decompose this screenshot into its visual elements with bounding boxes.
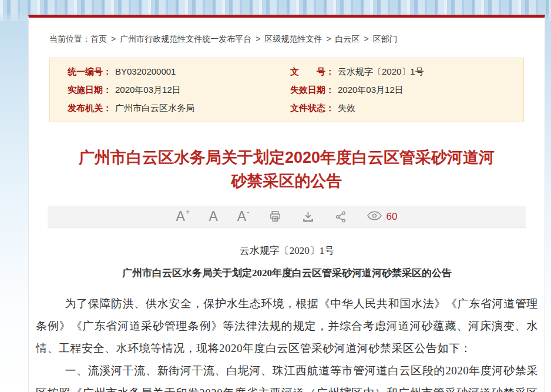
article-body: 云水规字〔2020〕1号 广州市白云区水务局关于划定2020年度白云区管采砂河道… (29, 243, 545, 392)
meta-field-effective-date: 实施日期：2020年03月12日 (50, 83, 287, 96)
meta-field-status: 文件状态：失效 (287, 102, 523, 115)
meta-label: 文件状态： (290, 103, 334, 113)
download-icon (301, 210, 315, 223)
breadcrumb-item-district-files[interactable]: 区级规范性文件 (264, 34, 322, 43)
font-reset-button[interactable]: A (209, 210, 217, 223)
eye-icon (367, 210, 382, 224)
meta-value: 云水规字〔2020〕1号 (338, 66, 424, 76)
breadcrumb-separator: > (111, 34, 116, 43)
meta-label: 统一编号： (68, 66, 112, 76)
breadcrumb-separator: > (364, 34, 369, 43)
meta-value: BY0320200001 (115, 66, 176, 76)
view-count: 60 (387, 211, 398, 223)
plus-icon: + (186, 208, 190, 216)
meta-value: 失效 (338, 103, 355, 113)
breadcrumb-item-platform[interactable]: 广州市行政规范性文件统一发布平台 (120, 34, 251, 43)
print-button[interactable] (268, 210, 282, 223)
document-meta-box: 统一编号：BY0320200001 文 号：云水规字〔2020〕1号 实施日期：… (49, 58, 524, 122)
meta-field-doc-number: 文 号：云水规字〔2020〕1号 (287, 65, 523, 78)
font-decrease-button[interactable]: A- (237, 210, 249, 223)
paragraph: 为了保障防洪、供水安全，保护水生态环境，根据《中华人民共和国水法》《广东省河道管… (36, 293, 538, 360)
share-button[interactable] (334, 210, 347, 223)
meta-value: 2020年03月12日 (338, 85, 404, 95)
breadcrumb-item-district-dept[interactable]: 区部门 (373, 34, 398, 43)
font-increase-label: A (176, 210, 185, 223)
page-title: 广州市白云区水务局关于划定2020年度白云区管采砂河道河砂禁采区的公告 (78, 146, 495, 193)
font-increase-button[interactable]: A+ (176, 210, 190, 223)
breadcrumb-item-baiyun[interactable]: 白云区 (335, 34, 360, 43)
breadcrumb-item-home[interactable]: 首页 (90, 34, 107, 43)
doc-number: 云水规字〔2020〕1号 (36, 243, 538, 259)
meta-label: 文 号： (290, 66, 334, 76)
toolbar: A+ A A- (48, 206, 526, 228)
doc-title: 广州市白云区水务局关于划定2020年度白云区管采砂河道河砂禁采区的公告 (36, 266, 538, 281)
minus-icon: - (247, 208, 249, 216)
meta-label: 失效日期： (290, 85, 334, 95)
print-icon (268, 210, 282, 223)
meta-label: 发布机关： (68, 103, 112, 113)
font-decrease-label: A (237, 210, 246, 223)
font-reset-label: A (209, 210, 217, 223)
share-icon (334, 210, 347, 223)
view-counter: 60 (367, 210, 398, 224)
paragraph: 一、流溪河干流、新街河干流、白坭河、珠江西航道等市管河道白云区段的2020年度河… (36, 360, 538, 392)
content-panel: 当前位置：首页>广州市行政规范性文件统一发布平台>区级规范性文件>白云区>区部门… (28, 15, 545, 392)
breadcrumb-label: 当前位置： (49, 34, 90, 43)
meta-value: 广州市白云区水务局 (115, 103, 194, 113)
breadcrumb-separator: > (256, 34, 260, 43)
download-button[interactable] (301, 210, 315, 223)
breadcrumb: 当前位置：首页>广州市行政规范性文件统一发布平台>区级规范性文件>白云区>区部门 (29, 18, 545, 45)
meta-field-expiry-date: 失效日期：2020年03月12日 (287, 83, 523, 96)
breadcrumb-separator: > (326, 34, 331, 43)
meta-field-issuing-agency: 发布机关：广州市白云区水务局 (50, 102, 287, 115)
meta-label: 实施日期： (68, 85, 112, 95)
meta-value: 2020年03月12日 (115, 85, 181, 95)
meta-field-unified-number: 统一编号：BY0320200001 (50, 65, 287, 78)
